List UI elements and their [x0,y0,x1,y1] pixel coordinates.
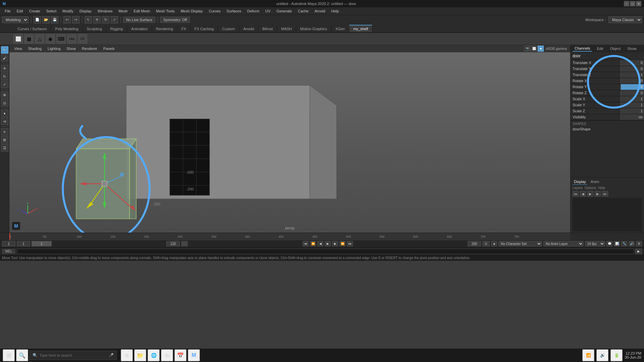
menu-generate[interactable]: Generate [274,8,294,14]
taskbar-search-box[interactable]: 🔍 🎤 [30,351,117,360]
no-live-surface-btn[interactable]: No Live Surface [123,17,155,23]
menu-mesh[interactable]: Mesh [116,8,130,14]
tool-paint[interactable]: 🖌 [1,54,8,62]
fps-dropdown[interactable]: 24 fps [585,241,605,246]
pb-icon1[interactable]: 💬 [606,241,612,246]
pb-prev-key-btn[interactable]: ⏪ [310,241,316,246]
menu-edit[interactable]: Edit [14,8,26,14]
da-ctrl-end[interactable]: ⏭ [602,191,608,196]
ch-value-sz[interactable]: 1 [621,108,644,114]
menu-arnold[interactable]: Arnold [312,8,328,14]
frame-current-input[interactable] [17,241,30,246]
undo-btn[interactable]: ↩ [63,16,71,23]
menu-surfaces[interactable]: Surfaces [224,8,244,14]
shelf-tab-mash[interactable]: MASH [277,25,296,32]
shelf-tab-custom[interactable]: Custom [218,25,239,32]
ch-value-ry[interactable]: 0 [621,84,644,90]
vp-wireframe-btn[interactable]: ⬜ [531,46,537,52]
calendar-btn[interactable]: 📅 [174,349,186,361]
menu-windows[interactable]: Windows [95,8,115,14]
new-scene-btn[interactable]: 📄 [34,16,41,23]
pb-next-frame-btn[interactable]: ▶ [332,241,338,246]
shelf-icon-hist[interactable]: Hist [67,34,76,44]
save-scene-btn[interactable]: 💾 [51,16,58,23]
menu-curves[interactable]: Curves [206,8,223,14]
pb-icon2[interactable]: 📊 [614,241,620,246]
menu-modify[interactable]: Modify [60,8,76,14]
shelf-icon-1[interactable]: ⬜ [13,34,23,44]
vp-menu-renderer[interactable]: Renderer [79,46,100,51]
menu-file[interactable]: File [2,8,13,14]
anim-layer-dropdown[interactable]: No Anim Layer [543,241,584,246]
maya-taskbar-btn[interactable]: M [188,349,200,361]
shelf-tab-curves-surfaces[interactable]: Curves / Surfaces [13,25,51,32]
vp-menu-show[interactable]: Show [64,46,79,51]
da-ctrl-next[interactable]: ▶ [595,191,601,196]
pb-prev-frame-btn[interactable]: ◀ [317,241,323,246]
ch-tab-show[interactable]: Show [625,46,639,51]
symmetry-btn[interactable]: Symmetry: Off [160,17,190,23]
da-tab-display[interactable]: Display [573,179,587,185]
store-btn[interactable]: 🛍 [161,349,173,361]
da-tab-anim[interactable]: Anim [589,179,600,185]
battery-icon[interactable]: 🔋 [610,349,623,361]
frame-start-input[interactable] [2,241,15,246]
select-tool-btn[interactable]: ↖ [85,16,92,23]
shelf-tab-arnold[interactable]: Arnold [239,25,258,32]
pb-mode-btn[interactable]: ⊡ [482,241,490,246]
search-btn[interactable]: 🔍 [16,349,28,361]
shelf-icon-cp[interactable]: CP [78,34,87,44]
ch-value-rz[interactable]: 0 [621,90,644,96]
menu-cache[interactable]: Cache [295,8,311,14]
ch-value-ty[interactable]: 0 [621,66,644,72]
ch-tab-object[interactable]: Object [608,46,623,51]
menu-help[interactable]: Help [329,8,342,14]
shelf-tab-xgen[interactable]: XGen [331,25,349,32]
redo-btn[interactable]: ↪ [72,16,79,23]
pb-play-btn[interactable]: ▶ [325,241,331,246]
ch-tab-edit[interactable]: Edit [595,46,605,51]
shelf-tab-fx-caching[interactable]: FX Caching [191,25,218,32]
shelf-icon-5[interactable]: ⌨ [56,34,66,44]
open-scene-btn[interactable]: 📂 [42,16,50,23]
da-layers[interactable]: Layers [573,186,583,190]
ch-value-rx[interactable]: 0 [621,78,644,84]
vp-menu-view[interactable]: View [11,46,25,51]
shelf-tab-rendering[interactable]: Rendering [152,25,177,32]
pb-icon3[interactable]: 🔧 [621,241,627,246]
pb-forward-btn[interactable]: ⏭ [347,241,353,246]
da-ctrl-rewind[interactable]: ⏮ [573,191,579,196]
menu-select[interactable]: Select [44,8,59,14]
shelf-icon-2[interactable]: ▦ [24,34,34,44]
tool-quad[interactable]: ⊞ [1,136,8,143]
tool-soft-select[interactable]: ◎ [1,99,8,107]
shelf-tab-sculpting[interactable]: Sculpting [83,25,106,32]
da-ctrl-play[interactable]: ▶ [587,191,593,196]
task-view-btn[interactable]: ⧉ [121,349,133,361]
tool-lasso[interactable]: ⊲ [1,118,8,125]
vp-menu-shading[interactable]: Shading [25,46,44,51]
rotate-tool-btn[interactable]: ↻ [102,16,109,23]
viewport[interactable]: View Shading Lighting Show Renderer Pane… [9,45,570,233]
ch-tab-channels[interactable]: Channels [573,46,592,52]
ch-value-vis[interactable]: on [621,114,644,120]
workspace-dropdown[interactable]: Maya Classic [608,16,642,23]
vp-menu-lighting[interactable]: Lighting [45,46,63,51]
shape-item[interactable]: doorShape [573,126,642,132]
browser-btn[interactable]: 🌐 [148,349,160,361]
shelf-tab-my-shelf[interactable]: my_shelf [349,25,372,32]
shelf-tab-poly-modeling[interactable]: Poly Modeling [51,25,83,32]
pb-keying-btn[interactable]: ◈ [491,241,497,246]
ch-value-tz[interactable]: 1 [621,72,644,78]
tool-scale[interactable]: ⤢ [1,81,8,88]
menu-create[interactable]: Create [26,8,43,14]
shelf-tab-motion-graphics[interactable]: Motion Graphics [296,25,331,32]
vp-camera-btn[interactable]: 📷 [524,46,530,52]
pb-rewind-btn[interactable]: ⏮ [303,241,309,246]
da-ctrl-prev[interactable]: ◀ [580,191,586,196]
taskbar-search-input[interactable] [40,353,107,357]
shelf-tab-fx[interactable]: FX [177,25,191,32]
tool-snap[interactable]: ⊕ [1,91,8,99]
timeline-playhead[interactable] [9,233,10,240]
start-button[interactable]: ⊞ [3,349,15,361]
